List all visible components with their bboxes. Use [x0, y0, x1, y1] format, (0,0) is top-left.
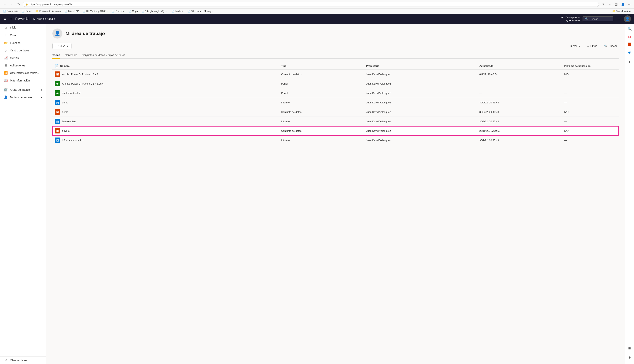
cell-name: ▤ Demo online [53, 117, 279, 126]
collections-button[interactable]: ◫ [613, 2, 619, 7]
sidebar-label-areas: Áreas de trabajo [10, 88, 30, 91]
back-button[interactable]: ← [2, 2, 7, 7]
table-row[interactable]: ▣ drivers Conjunto de datos Juan David V… [53, 126, 618, 136]
item-name: drivers [62, 130, 70, 132]
item-type-icon: ▤ [55, 100, 60, 105]
item-type-icon: ▤ [55, 138, 60, 143]
edge-divider [627, 57, 632, 57]
avatar-icon: 👤 [625, 17, 629, 21]
item-cell: ▣ demo [55, 109, 277, 114]
table-row[interactable]: ▣ demo Conjunto de datos Juan David Vela… [53, 107, 618, 117]
view-label: Ver [573, 44, 577, 48]
bookmark-folder-otros[interactable]: 📁 Otros favoritos [611, 10, 632, 13]
global-search-box[interactable]: 🔍 Buscar [582, 16, 613, 22]
metrics-icon: 📈 [4, 56, 8, 60]
favorites-star-button[interactable]: ☆ [607, 2, 612, 7]
tab-conjuntos[interactable]: Conjuntos de datos y flujos de datos [82, 52, 125, 59]
bookmark-folder-revision[interactable]: 📁 Revision de literatura [34, 10, 62, 13]
cell-owner: Juan David Velasquez [364, 98, 477, 107]
table-row[interactable]: ◉ Archivo Power BI Puntos 1,2 y 3.pbix P… [53, 79, 618, 88]
bookmark-gmail[interactable]: 📄 Gmail [20, 10, 33, 13]
bookmark-traducir[interactable]: 📄 Traducir [170, 10, 185, 13]
edge-collections-button[interactable]: ⊡ [626, 33, 633, 40]
bookmark-youtube[interactable]: 📄 YouTube [110, 10, 126, 13]
sidebar-item-areas-trabajo[interactable]: 🏢 Áreas de trabajo › [0, 86, 46, 94]
star-button[interactable]: ☆ [77, 100, 81, 105]
bookmark-minas[interactable]: 📄 MinasLAP [63, 10, 80, 13]
bookmark-git[interactable]: 📄 Git - Branch Manag... [186, 10, 215, 13]
sidebar-label-mas-info: Más información [10, 79, 30, 82]
bookmark-calendario[interactable]: 📄 Calendario [2, 10, 20, 13]
page-title: Mi área de trabajo [66, 31, 105, 36]
cell-name: ▤ demo ↗ ☆ ··· [53, 98, 279, 107]
sidebar-item-mi-area[interactable]: 👤 Mi área de trabajo ∨ [0, 94, 46, 101]
cell-name: ▣ demo [53, 107, 279, 117]
table-row[interactable]: ▤ demo ↗ ☆ ··· Informe Juan David Velasq… [53, 98, 618, 107]
sidebar-item-examinar[interactable]: 📂 Examinar [0, 39, 46, 46]
item-type-icon: ▤ [55, 119, 60, 124]
table-body: ▣ Archivo Power BI Puntos 1,2 y 3 Conjun… [53, 70, 618, 145]
more-button[interactable]: ··· [83, 100, 87, 105]
share-button[interactable]: ↗ [70, 100, 75, 105]
sidebar-item-crear[interactable]: ＋ Crear [0, 31, 46, 39]
cell-name: ▤ informe automatico [53, 136, 279, 145]
url-text: https://app.powerbi.com/groups/me/list [30, 3, 73, 6]
main-layout: ⌂ Inicio ＋ Crear 📂 Examinar ◇ Centro de … [0, 24, 634, 364]
cell-updated: 27/10/22, 17:09:55 [477, 126, 562, 136]
sidebar-item-inicio[interactable]: ⌂ Inicio [0, 24, 46, 31]
table-row[interactable]: ▤ Demo online Informe Juan David Velasqu… [53, 117, 618, 126]
sidebar-item-centro-datos[interactable]: ◇ Centro de datos [0, 46, 46, 54]
sidebar-item-obtener-datos[interactable]: ↗ Obtener datos [0, 356, 46, 364]
refresh-button[interactable]: ↻ [16, 2, 21, 7]
item-name: dashboard online [62, 92, 81, 94]
tab-todas[interactable]: Todas [53, 52, 60, 59]
item-name: Archivo Power BI Puntos 1,2 y 3 [62, 73, 98, 76]
item-type-icon: ▣ [55, 109, 60, 114]
search-button[interactable]: 🔍 Buscar [602, 44, 618, 48]
address-bar[interactable]: 🔒 https://app.powerbi.com/groups/me/list [23, 2, 599, 7]
avatar-person-icon: 👤 [55, 31, 60, 36]
cell-updated: — [477, 88, 562, 98]
forward-button[interactable]: → [9, 2, 14, 7]
toolbar-left: + Nuevo ∨ [53, 43, 72, 49]
new-button[interactable]: + Nuevo ∨ [53, 43, 72, 49]
edge-settings-button[interactable]: ⚙ [626, 354, 633, 361]
sidebar-item-aplicaciones[interactable]: ⊞ Aplicaciones [0, 62, 46, 69]
sidebar-label-inicio: Inicio [10, 26, 16, 29]
edge-add-button[interactable]: + [626, 59, 633, 66]
user-avatar[interactable]: 👤 [624, 16, 631, 22]
cell-name: ▣ Archivo Power BI Puntos 1,2 y 3 [53, 70, 279, 79]
edge-layout-button[interactable]: ⊞ [626, 345, 633, 352]
topnav-ellipsis-button[interactable]: ··· [616, 16, 622, 22]
filters-button[interactable]: ⬦ Filtros [586, 44, 599, 48]
sidebar-divider [0, 85, 46, 85]
read-aloud-button[interactable]: 𝙰 [600, 2, 606, 7]
sidebar-item-metrics[interactable]: 📈 Metrics [0, 54, 46, 62]
app-grid-icon[interactable]: ⊞ [10, 17, 12, 21]
sidebar-item-canalizaciones[interactable]: 🔀 Canalizaciones de implem... [0, 69, 46, 77]
view-lines-icon: ≡ [570, 44, 572, 48]
browser-ellipsis-button[interactable]: ··· [627, 2, 632, 7]
edge-office-button[interactable]: 🅾 [626, 41, 633, 48]
cell-updated: 30/9/22, 20:45:43 [477, 136, 562, 145]
bookmark-rkward[interactable]: 📄 RKWard.png (1280... [81, 10, 110, 13]
item-cell: ◉ Archivo Power BI Puntos 1,2 y 3.pbix [55, 81, 277, 86]
edge-search-button[interactable]: 🔍 [626, 26, 633, 32]
edge-outlook-button[interactable]: ◉ [626, 48, 633, 56]
bookmark-maps[interactable]: 📄 Maps [127, 10, 139, 13]
account-button[interactable]: 👤 [620, 2, 625, 7]
th-next-update: Próxima actualización [562, 62, 618, 70]
view-chevron-icon: ∨ [578, 44, 580, 48]
page-avatar: 👤 [53, 28, 63, 38]
sidebar-item-mas-informacion[interactable]: 📖 Más información [0, 77, 46, 84]
hamburger-menu-icon[interactable]: ≡ [3, 16, 7, 22]
tab-contenido[interactable]: Contenido [65, 52, 77, 59]
pipeline-icon: 🔀 [4, 71, 8, 75]
table-row[interactable]: ▤ informe automatico Informe Juan David … [53, 136, 618, 145]
search-label: Buscar [608, 44, 617, 48]
bookmark-keras[interactable]: 📄 1-01_keras_t... (6) -... [140, 10, 169, 13]
table-row[interactable]: ◉ dashboard online Panel Juan David Vela… [53, 88, 618, 98]
view-button[interactable]: ≡ Ver ∨ [569, 44, 582, 48]
item-name: informe automatico [62, 139, 84, 142]
table-row[interactable]: ▣ Archivo Power BI Puntos 1,2 y 3 Conjun… [53, 70, 618, 79]
